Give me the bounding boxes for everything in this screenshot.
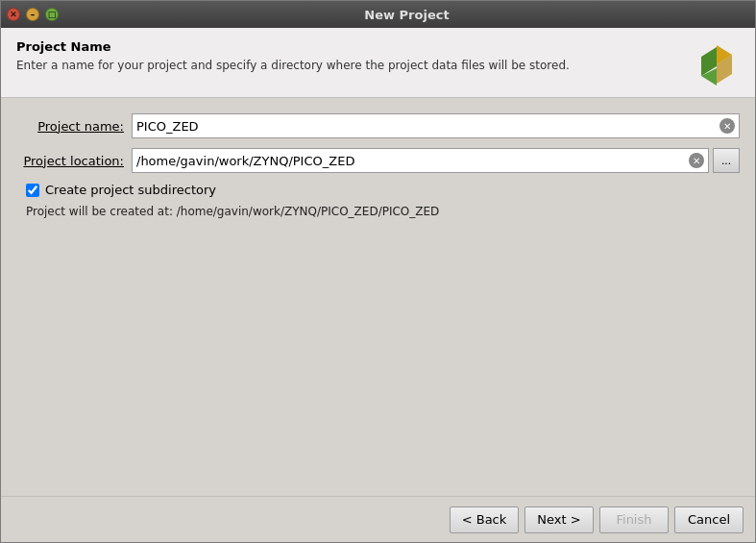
back-button[interactable]: < Back xyxy=(450,506,519,533)
footer: < Back Next > Finish Cancel xyxy=(1,496,755,542)
minimize-icon: – xyxy=(31,10,36,19)
header-description: Enter a name for your project and specif… xyxy=(16,58,684,74)
project-location-label: Project location: xyxy=(16,154,132,168)
project-name-label: Project name: xyxy=(16,119,132,134)
project-name-input[interactable] xyxy=(136,119,719,134)
project-name-clear-button[interactable]: ✕ xyxy=(719,118,735,134)
header-title: Project Name xyxy=(16,39,684,54)
create-subdirectory-label[interactable]: Create project subdirectory xyxy=(45,183,216,197)
project-location-clear-button[interactable]: ✕ xyxy=(689,153,704,168)
maximize-icon: □ xyxy=(48,10,57,19)
title-bar: ✕ – □ New Project xyxy=(1,1,755,28)
close-window-button[interactable]: ✕ xyxy=(7,8,20,21)
minimize-window-button[interactable]: – xyxy=(26,8,39,21)
project-name-input-wrapper: ✕ xyxy=(132,113,740,138)
browse-button[interactable]: ... xyxy=(713,148,740,173)
logo-icon xyxy=(694,39,740,86)
header-text: Project Name Enter a name for your proje… xyxy=(16,39,684,74)
header-section: Project Name Enter a name for your proje… xyxy=(1,28,755,98)
finish-button[interactable]: Finish xyxy=(599,506,669,533)
project-location-row: Project location: ✕ ... xyxy=(16,148,740,173)
project-location-input[interactable] xyxy=(136,154,689,168)
next-button[interactable]: Next > xyxy=(524,506,594,533)
content-area: Project Name Enter a name for your proje… xyxy=(1,28,755,542)
window-title: New Project xyxy=(64,8,749,22)
maximize-window-button[interactable]: □ xyxy=(45,8,59,21)
cancel-button[interactable]: Cancel xyxy=(674,506,744,533)
form-area: Project name: ✕ Project location: ✕ ... … xyxy=(1,98,755,496)
project-name-row: Project name: ✕ xyxy=(16,113,740,138)
project-location-input-wrapper: ✕ xyxy=(132,148,709,173)
close-icon: ✕ xyxy=(10,10,17,19)
create-subdirectory-checkbox[interactable] xyxy=(26,184,39,197)
create-subdirectory-row: Create project subdirectory xyxy=(26,183,740,197)
project-path-info: Project will be created at: /home/gavin/… xyxy=(26,205,740,218)
new-project-window: ✕ – □ New Project Project Name Enter a n… xyxy=(0,0,756,543)
